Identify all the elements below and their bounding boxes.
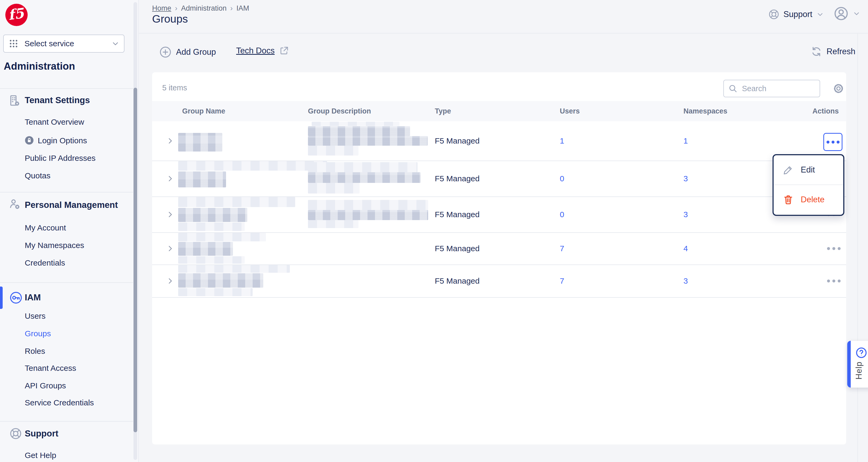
group-type: F5 Managed xyxy=(435,210,479,219)
redacted-group-description xyxy=(308,172,421,183)
users-count-link[interactable]: 7 xyxy=(560,276,564,286)
redacted-group-description xyxy=(308,162,417,172)
sidebar-item-roles[interactable]: Roles xyxy=(25,346,45,356)
row-actions-button-active[interactable] xyxy=(823,133,842,151)
sidebar-item-get-help[interactable]: Get Help xyxy=(25,451,56,460)
page-gutter-divider xyxy=(857,33,858,462)
column-header-group-name: Group Name xyxy=(182,107,225,116)
sidebar-item-tenant-access[interactable]: Tenant Access xyxy=(25,364,76,373)
help-tab[interactable]: Help xyxy=(847,341,868,388)
divider xyxy=(0,192,133,193)
breadcrumb: Home›Administration›IAM xyxy=(152,4,249,12)
redacted-group-description xyxy=(312,122,399,126)
edit-menu-item[interactable]: Edit xyxy=(774,155,843,185)
breadcrumb-administration: Administration xyxy=(181,4,226,12)
chevron-right-icon: › xyxy=(175,4,177,12)
sidebar-item-service-credentials[interactable]: Service Credentials xyxy=(25,398,94,407)
refresh-button[interactable]: Refresh xyxy=(811,46,856,58)
namespaces-count-link[interactable]: 4 xyxy=(683,244,688,253)
sidebar-item-public-ip-addresses[interactable]: Public IP Addresses xyxy=(25,154,95,163)
row-actions-button[interactable] xyxy=(827,279,841,282)
redacted-group-name xyxy=(178,197,295,207)
namespaces-count-link[interactable]: 1 xyxy=(683,136,688,145)
expand-chevron-icon[interactable] xyxy=(166,210,175,219)
lifebuoy-icon xyxy=(9,427,22,440)
sidebar-item-tenant-overview[interactable]: Tenant Overview xyxy=(25,118,84,127)
divider xyxy=(0,421,133,422)
namespaces-count-link[interactable]: 3 xyxy=(683,174,688,183)
redacted-group-name xyxy=(178,233,266,241)
search-icon xyxy=(728,84,738,93)
groups-table-card: 5 items Group Name Group Description Typ… xyxy=(152,72,846,444)
users-count-link[interactable]: 1 xyxy=(560,136,564,145)
row-actions-button[interactable] xyxy=(827,247,841,250)
redacted-group-name xyxy=(178,161,327,171)
sidebar-item-my-account[interactable]: My Account xyxy=(25,223,66,232)
redacted-group-description xyxy=(308,136,428,146)
service-selector-label: Select service xyxy=(25,39,111,48)
search-box xyxy=(723,80,820,97)
add-group-button[interactable]: Add Group xyxy=(159,46,216,59)
sidebar-item-groups[interactable]: Groups xyxy=(25,329,51,338)
sidebar-item-credentials[interactable]: Credentials xyxy=(25,258,65,267)
expand-chevron-icon[interactable] xyxy=(166,277,175,285)
redacted-group-name xyxy=(178,208,247,222)
expand-chevron-icon[interactable] xyxy=(166,137,175,145)
users-count-link[interactable]: 0 xyxy=(560,174,564,183)
namespaces-count-link[interactable]: 3 xyxy=(683,210,688,219)
group-type: F5 Managed xyxy=(435,276,479,286)
table-settings-gear-icon[interactable] xyxy=(832,82,845,95)
redacted-group-description xyxy=(308,200,428,210)
lock-badge-icon xyxy=(24,135,35,146)
support-label: Support xyxy=(783,9,812,19)
expand-chevron-icon[interactable] xyxy=(166,174,175,183)
sidebar-item-api-groups[interactable]: API Groups xyxy=(25,381,66,390)
chevron-down-icon xyxy=(111,39,120,48)
active-section-indicator xyxy=(0,287,3,309)
namespaces-count-link[interactable]: 3 xyxy=(683,276,688,286)
refresh-label: Refresh xyxy=(827,47,856,56)
search-input[interactable] xyxy=(741,84,809,93)
redacted-group-name xyxy=(178,265,290,273)
expand-chevron-icon[interactable] xyxy=(166,244,175,253)
redacted-group-description xyxy=(308,183,360,194)
group-type: F5 Managed xyxy=(435,136,479,145)
help-tab-accent-strip xyxy=(847,341,851,388)
lifebuoy-icon xyxy=(768,8,780,20)
sidebar-item-login-options[interactable]: Login Options xyxy=(38,136,87,145)
redacted-group-description xyxy=(308,210,428,220)
tech-docs-link[interactable]: Tech Docs xyxy=(236,46,289,56)
service-selector[interactable]: Select service xyxy=(3,35,124,53)
user-menu[interactable] xyxy=(833,6,861,21)
external-link-icon xyxy=(279,46,289,56)
delete-menu-label: Delete xyxy=(801,195,825,204)
section-title-tenant-settings: Tenant Settings xyxy=(25,95,90,105)
table-header-row: Group Name Group Description Type Users … xyxy=(152,101,846,121)
tech-docs-label: Tech Docs xyxy=(236,46,275,56)
redacted-group-name xyxy=(178,273,263,288)
users-count-link[interactable]: 0 xyxy=(560,210,564,219)
breadcrumb-home-link[interactable]: Home xyxy=(152,4,171,12)
delete-menu-item[interactable]: Delete xyxy=(774,185,843,214)
redacted-group-name xyxy=(178,223,245,231)
column-header-users: Users xyxy=(560,107,580,116)
plus-circle-icon xyxy=(159,46,172,59)
users-count-link[interactable]: 7 xyxy=(560,244,564,253)
column-header-namespaces: Namespaces xyxy=(683,107,727,116)
table-row: F5 Managed 0 3 xyxy=(152,161,846,197)
f5-logo-text: f5 xyxy=(7,5,25,23)
breadcrumb-iam: IAM xyxy=(237,4,249,12)
row-actions-context-menu: Edit Delete xyxy=(773,154,844,216)
redacted-group-description xyxy=(308,220,359,228)
chevron-down-icon xyxy=(852,9,861,18)
sidebar-item-quotas[interactable]: Quotas xyxy=(25,171,51,180)
redacted-group-name xyxy=(178,256,245,264)
add-group-label: Add Group xyxy=(176,47,216,57)
section-title-iam: IAM xyxy=(25,292,41,302)
sidebar-item-users[interactable]: Users xyxy=(25,311,45,321)
sidebar-item-my-namespaces[interactable]: My Namespaces xyxy=(25,241,84,250)
grid-icon xyxy=(8,38,19,48)
sidebar-scrollbar-thumb[interactable] xyxy=(133,88,137,432)
support-menu[interactable]: Support xyxy=(768,8,824,20)
redacted-group-name xyxy=(178,242,233,256)
